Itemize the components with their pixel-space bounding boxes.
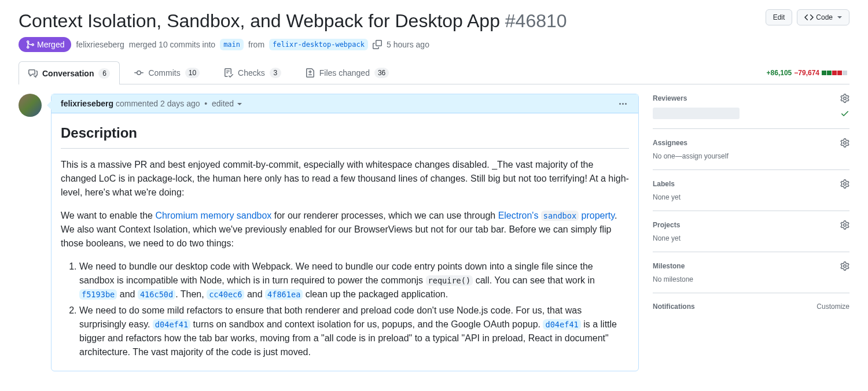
sidebar-labels-header[interactable]: Labels [653, 179, 849, 189]
check-icon [840, 109, 849, 118]
assignees-body: No one—assign yourself [653, 152, 849, 160]
head-branch-pill[interactable]: felixr-desktop-webpack [269, 39, 368, 50]
comment-body: Description This is a massive PR and bes… [52, 113, 638, 371]
tab-nav: Conversation 6 Commits 10 Checks 3 Files… [19, 61, 849, 84]
description-p1: This is a massive PR and best enjoyed co… [61, 158, 629, 200]
git-commit-icon [134, 68, 144, 78]
checks-count: 3 [270, 68, 281, 78]
pr-number: #46810 [505, 10, 567, 31]
file-diff-icon [306, 68, 315, 78]
reviewer-name-redacted [653, 108, 740, 119]
gear-icon [840, 94, 849, 103]
description-p2: We want to enable the Chromium memory sa… [61, 209, 629, 250]
list-item: We need to do some mild refactors to ens… [79, 304, 629, 359]
comment-time-link[interactable]: 2 days ago [160, 99, 200, 108]
gear-icon [840, 179, 849, 189]
merged-text: merged 10 commits into [129, 40, 215, 49]
pr-title-block: Context Isolation, Sandbox, and Webpack … [19, 9, 567, 32]
tab-conversation[interactable]: Conversation 6 [19, 61, 120, 84]
timeline-comment: felixrieseberg commented 2 days ago • ed… [19, 94, 639, 371]
commits-count: 10 [185, 68, 200, 78]
copy-icon[interactable] [373, 40, 382, 49]
comment-author-link[interactable]: felixrieseberg [61, 99, 113, 108]
caret-down-icon [237, 103, 242, 105]
from-text: from [248, 40, 264, 49]
pr-title: Context Isolation, Sandbox, and Webpack … [19, 10, 500, 31]
sidebar-assignees-header[interactable]: Assignees [653, 138, 849, 147]
gear-icon [840, 138, 849, 147]
sidebar-projects-header[interactable]: Projects [653, 220, 849, 230]
electron-sandbox-link[interactable]: Electron's sandbox property [498, 211, 615, 220]
comment-discussion-icon [28, 69, 38, 78]
commit-ref[interactable]: 416c50d [138, 289, 175, 300]
list-item: We need to bundle our desktop code with … [79, 260, 629, 301]
merged-badge: Merged [19, 37, 71, 52]
files-count: 36 [374, 68, 389, 78]
diff-visual-blocks [822, 71, 847, 75]
edit-button[interactable]: Edit [766, 9, 793, 25]
labels-body: None yet [653, 193, 849, 201]
tab-checks[interactable]: Checks 3 [214, 61, 291, 84]
avatar[interactable] [19, 94, 42, 117]
chromium-sandbox-link[interactable]: Chromium memory sandbox [155, 211, 271, 220]
comment-header: felixrieseberg commented 2 days ago • ed… [52, 94, 638, 113]
comment-actions-menu[interactable] [617, 101, 629, 107]
milestone-body: No milestone [653, 275, 849, 283]
checklist-icon [224, 68, 233, 78]
git-merge-icon [25, 40, 35, 49]
description-heading: Description [61, 123, 629, 149]
sidebar: Reviewers Assignees No one—assign yourse… [653, 94, 849, 320]
sidebar-reviewers-header[interactable]: Reviewers [653, 94, 849, 103]
commit-ref[interactable]: f5193be [79, 289, 117, 300]
sidebar-milestone-header[interactable]: Milestone [653, 261, 849, 271]
commit-ref[interactable]: d04ef41 [543, 319, 580, 330]
gear-icon [840, 261, 849, 271]
notifications-title: Notifications [653, 303, 695, 311]
commit-ref[interactable]: cc40ec6 [207, 289, 244, 300]
code-button[interactable]: Code [797, 9, 849, 25]
reviewer-row[interactable] [653, 108, 849, 119]
diff-deletions: −79,674 [794, 69, 819, 77]
commit-ref[interactable]: 4f861ea [265, 289, 303, 300]
conversation-count: 6 [98, 68, 110, 79]
caret-down-icon [837, 16, 842, 19]
gear-icon [840, 220, 849, 230]
code-icon [804, 13, 814, 22]
author-link[interactable]: felixrieseberg [76, 40, 124, 49]
pr-meta-row: Merged felixrieseberg merged 10 commits … [19, 37, 849, 52]
commit-ref[interactable]: d04ef41 [153, 319, 190, 330]
tab-commits[interactable]: Commits 10 [124, 61, 209, 84]
base-branch-pill[interactable]: main [220, 39, 244, 50]
projects-body: None yet [653, 234, 849, 242]
diffstat[interactable]: +86,105 −79,674 [767, 69, 849, 77]
tab-files[interactable]: Files changed 36 [296, 61, 399, 84]
diff-additions: +86,105 [767, 69, 792, 77]
pr-header-row: Context Isolation, Sandbox, and Webpack … [19, 9, 849, 32]
header-actions: Edit Code [766, 9, 849, 25]
customize-notifications-link[interactable]: Customize [816, 303, 849, 311]
merged-time: 5 hours ago [387, 40, 429, 49]
edited-indicator[interactable]: edited [212, 99, 242, 108]
assign-yourself-link[interactable]: assign yourself [682, 152, 729, 160]
